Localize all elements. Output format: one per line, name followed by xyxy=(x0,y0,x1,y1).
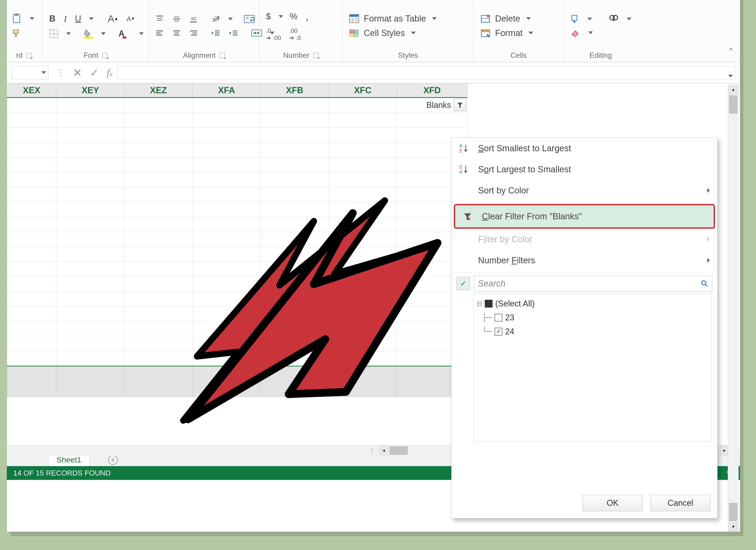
filter-search-input[interactable]: Search xyxy=(474,276,712,291)
align-middle-icon[interactable] xyxy=(170,14,183,24)
table-row[interactable] xyxy=(7,113,467,128)
scroll-down-icon[interactable]: ▼ xyxy=(728,522,739,532)
svg-text:A: A xyxy=(459,143,463,148)
dialog-launcher-icon[interactable] xyxy=(220,53,225,58)
chevron-down-icon[interactable] xyxy=(588,31,593,34)
table-row[interactable] xyxy=(7,232,467,247)
align-right-icon[interactable] xyxy=(187,28,200,38)
cell-styles-button[interactable]: Cell Styles xyxy=(347,27,469,39)
sort-desc-label: rt Largest to Smallest xyxy=(489,164,571,174)
grow-font-icon[interactable]: A▲ xyxy=(106,12,120,25)
borders-icon[interactable] xyxy=(47,28,60,39)
chevron-down-icon[interactable] xyxy=(66,32,71,35)
filter-dropdown-button[interactable] xyxy=(454,99,466,111)
table-row[interactable] xyxy=(7,307,467,321)
dialog-launcher-icon[interactable] xyxy=(313,53,318,58)
expand-formula-bar-icon[interactable] xyxy=(727,70,733,79)
table-row[interactable] xyxy=(7,128,467,142)
format-as-table-button[interactable]: Format as Table xyxy=(347,13,469,25)
column-header[interactable]: XFC xyxy=(329,83,397,98)
currency-button[interactable]: $ xyxy=(264,11,273,22)
orientation-icon[interactable]: ab xyxy=(209,13,222,25)
align-center-icon[interactable] xyxy=(170,28,183,38)
chevron-down-icon[interactable] xyxy=(228,18,233,20)
column-header[interactable]: XEY xyxy=(56,83,124,98)
vertical-scrollbar[interactable]: ▲ ▼ xyxy=(728,85,739,532)
table-row[interactable] xyxy=(7,172,467,187)
value-23-checkbox[interactable] xyxy=(495,314,502,322)
ok-button[interactable]: OK xyxy=(583,495,643,511)
clear-icon[interactable] xyxy=(569,27,582,38)
name-box[interactable] xyxy=(11,66,49,79)
chevron-down-icon[interactable] xyxy=(30,17,34,20)
formula-input[interactable] xyxy=(117,66,735,79)
chevron-down-icon[interactable] xyxy=(139,32,144,35)
toggle-all-check[interactable]: ✓ xyxy=(457,277,470,290)
column-header[interactable]: XFD xyxy=(397,83,467,98)
table-row[interactable] xyxy=(7,247,467,262)
search-placeholder: Search xyxy=(478,279,505,289)
enter-formula-icon[interactable]: ✓ xyxy=(90,66,99,79)
column-header[interactable]: XFB xyxy=(261,83,329,98)
chevron-down-icon[interactable] xyxy=(101,32,106,35)
table-row[interactable] xyxy=(7,321,467,336)
scroll-left-icon[interactable]: ◄ xyxy=(379,445,389,456)
table-row[interactable] xyxy=(7,336,467,351)
comma-button[interactable]: , xyxy=(304,9,310,24)
cancel-button[interactable]: Cancel xyxy=(650,495,710,511)
sort-descending-item[interactable]: ZA Sort Largest to Smallest xyxy=(452,159,717,180)
column-header[interactable]: XEZ xyxy=(124,83,192,98)
chevron-down-icon[interactable] xyxy=(89,17,94,20)
align-top-icon[interactable] xyxy=(153,14,166,24)
insert-function-icon[interactable]: fx xyxy=(107,67,113,79)
column-header[interactable]: XFA xyxy=(192,83,260,98)
sort-by-color-item[interactable]: Sort by Color xyxy=(452,180,717,201)
chevron-down-icon[interactable] xyxy=(627,18,631,20)
delete-button[interactable]: × Delete xyxy=(479,13,559,25)
sort-ascending-item[interactable]: AZ Sort Smallest to Largest xyxy=(452,138,717,159)
table-row[interactable] xyxy=(7,351,467,366)
table-row[interactable] xyxy=(7,262,467,277)
select-all-checkbox[interactable] xyxy=(485,300,493,308)
wrap-text-icon[interactable]: ab xyxy=(242,14,257,25)
find-icon[interactable] xyxy=(607,14,621,25)
column-header[interactable]: XEX xyxy=(7,83,56,98)
percent-button[interactable]: % xyxy=(288,11,299,22)
format-button[interactable]: Format xyxy=(479,27,559,39)
scroll-up-icon[interactable]: ▲ xyxy=(728,85,739,94)
fill-color-icon[interactable] xyxy=(82,28,95,39)
fill-icon[interactable] xyxy=(569,14,581,25)
underline-button[interactable]: U xyxy=(73,13,83,25)
table-row[interactable]: Blanks xyxy=(7,98,467,113)
new-sheet-button[interactable]: + xyxy=(108,455,118,465)
clear-filter-item[interactable]: × Clear Filter From "Blanks" xyxy=(455,205,714,227)
decrease-decimal-button[interactable]: .00➔ .0 xyxy=(287,26,303,42)
increase-decimal-button[interactable]: .0➔ .00 xyxy=(264,26,283,42)
filter-values-tree[interactable]: ⊟ (Select All) ├─ 23 └─ 24 xyxy=(474,294,711,442)
chevron-down-icon[interactable] xyxy=(587,18,592,20)
column-header-row[interactable]: XEX XEY XEZ XFA XFB XFC XFD xyxy=(7,83,467,98)
table-row[interactable] xyxy=(7,142,467,157)
cancel-formula-icon[interactable]: ✕ xyxy=(73,66,82,79)
increase-indent-icon[interactable] xyxy=(227,28,240,38)
table-row[interactable] xyxy=(7,202,467,217)
table-row[interactable] xyxy=(7,277,467,292)
chevron-down-icon[interactable] xyxy=(279,15,283,18)
dialog-launcher-icon[interactable] xyxy=(102,53,107,58)
bold-button[interactable]: B xyxy=(47,13,57,25)
italic-button[interactable]: I xyxy=(62,13,68,25)
align-bottom-icon[interactable] xyxy=(187,14,200,24)
align-left-icon[interactable] xyxy=(153,28,166,38)
format-painter-icon[interactable] xyxy=(10,27,24,39)
table-row[interactable] xyxy=(7,187,467,202)
dialog-launcher-icon[interactable] xyxy=(27,53,32,58)
table-row[interactable] xyxy=(7,217,467,232)
table-row[interactable] xyxy=(7,292,467,307)
collapse-ribbon-icon[interactable]: ˄ xyxy=(729,47,733,57)
number-filters-item[interactable]: Number Filters xyxy=(452,250,717,271)
paste-icon[interactable] xyxy=(10,13,24,25)
table-row[interactable] xyxy=(7,157,467,172)
value-24-checkbox[interactable] xyxy=(495,328,502,336)
shrink-font-icon[interactable]: A▼ xyxy=(125,14,137,24)
decrease-indent-icon[interactable] xyxy=(209,28,222,38)
